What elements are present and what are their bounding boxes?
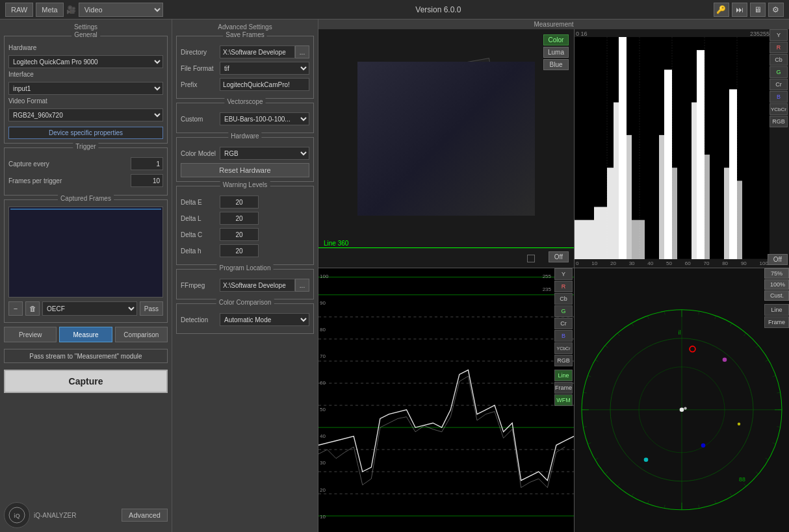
device-properties-btn[interactable]: Device specific properties — [8, 127, 163, 139]
svg-point-87 — [680, 408, 684, 412]
wfm-cr-btn[interactable]: Cr — [554, 318, 573, 329]
capture-every-input[interactable] — [131, 157, 163, 170]
wfm-cb-btn[interactable]: Cb — [554, 293, 573, 305]
delta-e-row: Delta E — [181, 196, 309, 209]
hist-y-btn[interactable]: Y — [770, 29, 788, 41]
hist-cb-btn[interactable]: Cb — [770, 54, 788, 66]
delete-btn[interactable]: 🗑 — [25, 301, 40, 316]
svg-rect-24 — [318, 268, 574, 532]
wfm-line-btn[interactable]: Line — [554, 370, 573, 381]
hist-b-btn[interactable]: B — [770, 91, 788, 103]
wfm-wfm-btn[interactable]: WFM — [554, 394, 573, 406]
wfm-label-60: 60 — [320, 380, 328, 386]
ffmpeg-browse-btn[interactable]: ... — [295, 279, 309, 292]
advanced-btn[interactable]: Advanced — [122, 509, 168, 522]
measure-btn[interactable]: Measure — [59, 327, 112, 342]
prefix-input[interactable] — [220, 78, 309, 91]
svg-point-84 — [701, 444, 706, 448]
capture-every-row: Capture every — [8, 157, 163, 170]
list-item[interactable] — [10, 209, 161, 210]
delta-h-input[interactable] — [220, 244, 259, 257]
vs-line-btn[interactable]: Line — [764, 304, 789, 316]
hist-ycbcr-btn[interactable]: YCbCr — [770, 103, 788, 115]
directory-browse-btn[interactable]: ... — [295, 45, 309, 58]
video-format-label: Video Format — [8, 97, 51, 105]
trigger-label: Trigger — [73, 143, 98, 150]
wfm-ycbcr-btn[interactable]: YCbCr — [554, 342, 573, 354]
hist-rgb-btn[interactable]: RGB — [770, 116, 788, 127]
detection-label: Detection — [181, 316, 220, 323]
svg-line-52 — [766, 360, 769, 362]
video-select-group: 🎥 Video — [66, 3, 163, 17]
delta-c-input[interactable] — [220, 228, 259, 241]
custom-label: Custom — [181, 116, 220, 123]
file-format-select[interactable]: tif — [220, 62, 309, 75]
wfm-label-10: 10 — [320, 514, 328, 520]
capture-btn[interactable]: Capture — [4, 370, 168, 393]
custom-select[interactable]: EBU-Bars-100-0-100... — [220, 112, 309, 125]
svg-line-61 — [730, 493, 732, 496]
svg-rect-15 — [659, 135, 664, 259]
hist-off-btn[interactable]: Off — [768, 254, 788, 265]
key-icon-btn[interactable]: 🔑 — [714, 3, 729, 17]
hist-x-10: 10 — [591, 260, 597, 266]
hardware-select[interactable]: Logitech QuickCam Pro 9000 — [8, 55, 163, 68]
wfm-frame-btn[interactable]: Frame — [554, 382, 573, 394]
frames-per-trigger-input[interactable] — [131, 174, 163, 187]
settings-title: Settings — [4, 23, 168, 31]
video-off-btn[interactable]: Off — [549, 251, 569, 262]
tab-raw[interactable]: RAW — [5, 3, 33, 17]
wfm-right-235: 235 — [543, 286, 551, 292]
svg-line-77 — [605, 346, 608, 348]
blue-btn[interactable]: Blue — [543, 59, 569, 70]
svg-line-79 — [632, 323, 634, 326]
svg-line-47 — [699, 311, 699, 314]
comparison-btn[interactable]: Comparison — [115, 327, 168, 342]
vectorscope-inner: il 88 75% 100% Cust. Line Frame Off — [575, 268, 789, 532]
reset-hardware-btn[interactable]: Reset Hardware — [181, 163, 309, 177]
wfm-y-btn[interactable]: Y — [554, 268, 573, 280]
svg-rect-10 — [607, 168, 614, 259]
delta-l-label: Delta L — [181, 215, 220, 222]
hist-r-btn[interactable]: R — [770, 42, 788, 53]
ffmpeg-input[interactable] — [220, 279, 295, 292]
wfm-label-50: 50 — [320, 407, 328, 412]
gear-icon-btn[interactable]: ⚙ — [768, 3, 784, 17]
delta-c-label: Delta C — [181, 231, 220, 238]
wfm-rgb-btn[interactable]: RGB — [554, 355, 573, 366]
remove-btn[interactable]: − — [8, 301, 23, 316]
vs-frame-btn[interactable]: Frame — [764, 316, 789, 328]
svg-rect-13 — [627, 135, 632, 259]
hist-g-btn[interactable]: G — [770, 66, 788, 78]
play-icon-btn[interactable]: ⏭ — [732, 3, 747, 17]
directory-label: Directory — [181, 49, 220, 56]
program-location-label: Program Location — [217, 264, 274, 272]
svg-rect-19 — [697, 50, 705, 259]
color-model-select[interactable]: RGB — [220, 147, 309, 160]
zoom-100-btn[interactable]: 100% — [764, 279, 789, 290]
color-btn[interactable]: Color — [543, 34, 569, 45]
preview-btn[interactable]: Preview — [4, 327, 57, 342]
tab-meta[interactable]: Meta — [36, 3, 63, 17]
luma-btn[interactable]: Luma — [543, 47, 569, 58]
wfm-g-btn[interactable]: G — [554, 305, 573, 317]
oecf-select[interactable]: OECF — [42, 301, 137, 316]
delta-l-input[interactable] — [220, 212, 259, 225]
zoom-75-btn[interactable]: 75% — [764, 268, 789, 279]
video-dropdown[interactable]: Video — [79, 3, 163, 17]
delta-e-input[interactable] — [220, 196, 259, 209]
monitor-icon-btn[interactable]: 🖥 — [750, 3, 766, 17]
pass-stream-btn[interactable]: Pass stream to "Measurement" module — [4, 349, 168, 363]
wfm-r-btn[interactable]: R — [554, 281, 573, 292]
color-comparison-section: Color Comparison Detection Automatic Mod… — [176, 303, 314, 334]
captured-frames-list[interactable] — [8, 207, 163, 298]
interface-select[interactable]: input1 — [8, 82, 163, 95]
hist-cr-btn[interactable]: Cr — [770, 79, 788, 90]
svg-line-74 — [583, 392, 586, 393]
directory-input[interactable] — [220, 45, 295, 58]
zoom-cust-btn[interactable]: Cust. — [764, 290, 789, 301]
detection-select[interactable]: Automatic Mode — [220, 313, 309, 326]
wfm-b-btn[interactable]: B — [554, 330, 573, 342]
pass-btn[interactable]: Pass — [140, 301, 163, 316]
video-format-select[interactable]: RGB24_960x720 — [8, 108, 163, 121]
